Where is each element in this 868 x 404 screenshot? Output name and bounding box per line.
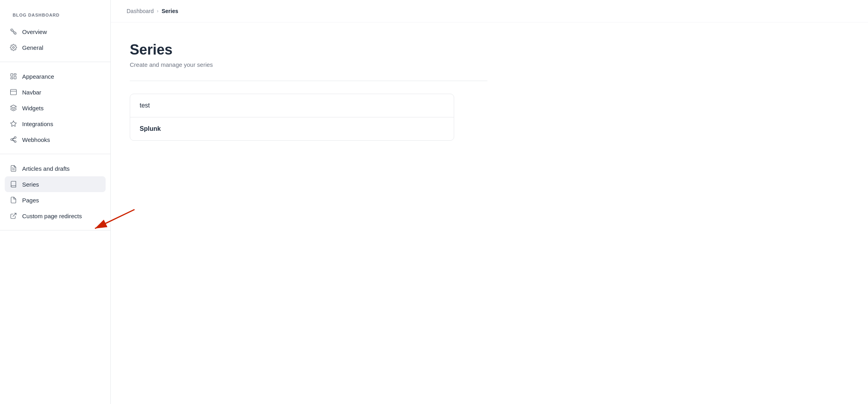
sidebar-divider-3	[0, 230, 110, 230]
sidebar-item-overview[interactable]: Overview	[5, 24, 106, 40]
sidebar-item-widgets[interactable]: Widgets	[5, 100, 106, 116]
svg-point-0	[12, 30, 14, 32]
svg-point-1	[13, 32, 15, 34]
redirect-icon	[9, 212, 17, 220]
pages-icon	[9, 196, 17, 204]
sidebar-item-custom-redirects[interactable]: Custom page redirects	[5, 208, 106, 224]
sidebar-item-pages[interactable]: Pages	[5, 192, 106, 208]
sidebar-divider-1	[0, 62, 110, 62]
sidebar-item-general-label: General	[22, 44, 43, 51]
sidebar-item-pages-label: Pages	[22, 197, 39, 204]
svg-point-2	[13, 47, 15, 49]
sidebar: BLOG DASHBOARD Overview General Appearan…	[0, 0, 111, 404]
svg-line-13	[13, 213, 16, 216]
navbar-icon	[9, 88, 17, 96]
page-subtitle: Create and manage your series	[130, 61, 487, 68]
sidebar-item-navbar-label: Navbar	[22, 89, 41, 96]
sidebar-item-appearance-label: Appearance	[22, 73, 54, 80]
svg-rect-5	[14, 76, 16, 79]
sidebar-item-articles-label: Articles and drafts	[22, 165, 70, 172]
widgets-icon	[9, 104, 17, 112]
page-header: Series Create and manage your series	[130, 42, 487, 68]
sidebar-item-webhooks-label: Webhooks	[22, 136, 50, 143]
breadcrumb-chevron-icon: ›	[157, 8, 159, 14]
sidebar-divider-2	[0, 154, 110, 154]
sidebar-item-articles-drafts[interactable]: Articles and drafts	[5, 160, 106, 176]
sidebar-item-webhooks[interactable]: Webhooks	[5, 132, 106, 147]
svg-rect-6	[11, 77, 13, 79]
series-item-test[interactable]: test	[130, 94, 454, 117]
integrations-icon	[9, 120, 17, 128]
sidebar-item-series-label: Series	[22, 181, 39, 188]
series-item-test-name: test	[140, 102, 150, 109]
page-divider	[130, 81, 487, 81]
series-item-splunk[interactable]: Splunk	[130, 117, 454, 140]
breadcrumb-current: Series	[162, 8, 178, 14]
webhooks-icon	[9, 136, 17, 143]
articles-icon	[9, 164, 17, 172]
series-list: test Splunk	[130, 94, 454, 141]
sidebar-appearance-group: Appearance Navbar Widgets Integrations	[0, 65, 110, 151]
sidebar-item-navbar[interactable]: Navbar	[5, 84, 106, 100]
series-icon	[9, 180, 17, 188]
svg-rect-7	[11, 89, 17, 95]
overview-icon	[9, 28, 17, 36]
svg-rect-3	[11, 74, 13, 76]
sidebar-item-integrations[interactable]: Integrations	[5, 116, 106, 132]
sidebar-title: BLOG DASHBOARD	[5, 13, 106, 24]
series-item-splunk-name: Splunk	[140, 125, 161, 132]
sidebar-content-group: Articles and drafts Series Pages Custom …	[0, 157, 110, 227]
sidebar-item-appearance[interactable]: Appearance	[5, 68, 106, 84]
svg-marker-9	[11, 121, 17, 126]
breadcrumb: Dashboard › Series	[111, 0, 868, 23]
svg-rect-4	[14, 74, 16, 75]
gear-icon	[9, 43, 17, 51]
appearance-icon	[9, 72, 17, 80]
sidebar-item-widgets-label: Widgets	[22, 105, 44, 111]
sidebar-header-group: BLOG DASHBOARD Overview General	[0, 9, 110, 59]
sidebar-item-series[interactable]: Series	[5, 176, 106, 192]
page-body: Series Create and manage your series tes…	[111, 23, 506, 160]
main-content: Dashboard › Series Series Create and man…	[111, 0, 868, 404]
breadcrumb-dashboard[interactable]: Dashboard	[127, 8, 154, 14]
sidebar-item-integrations-label: Integrations	[22, 121, 53, 127]
sidebar-item-overview-label: Overview	[22, 28, 47, 35]
sidebar-item-general[interactable]: General	[5, 40, 106, 55]
sidebar-item-custom-redirects-label: Custom page redirects	[22, 213, 82, 219]
page-title: Series	[130, 42, 487, 58]
